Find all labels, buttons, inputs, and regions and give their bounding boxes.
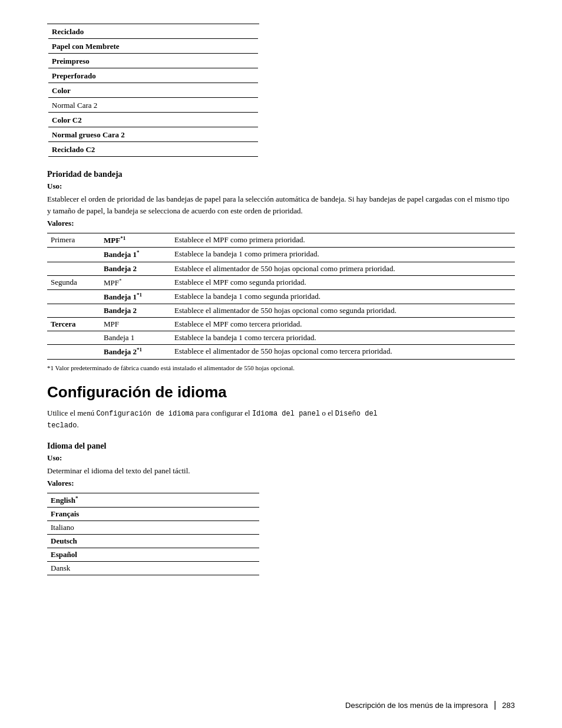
list-item: Color C2 — [48, 114, 258, 127]
table-row: Bandeja 1* Establece la bandeja 1 como p… — [47, 248, 515, 262]
intro-part1: Utilice el menú — [47, 409, 96, 417]
priority-row-desc: Establece la bandeja 1 como primera prio… — [171, 248, 515, 262]
list-item: Normal Cara 2 — [48, 99, 258, 113]
language-item-label: Español — [47, 548, 259, 562]
language-item-label: Dansk — [47, 562, 259, 575]
table-row: Bandeja 2 Establece el alimentador de 55… — [47, 262, 515, 275]
language-item-label: Deutsch — [47, 535, 259, 548]
list-item: Español — [47, 548, 259, 562]
list-item-label: Color — [48, 84, 258, 98]
list-item: Papel con Membrete — [48, 40, 258, 54]
priority-row-option: Bandeja 2 — [100, 304, 171, 318]
list-item-label: Normal Cara 2 — [48, 99, 258, 113]
priority-row-label: Primera — [47, 233, 100, 248]
top-list-container: Reciclado Papel con Membrete Preimpreso … — [47, 24, 515, 158]
intro-part2: para configurar el — [194, 409, 252, 417]
list-item: Normal grueso Cara 2 — [48, 129, 258, 142]
uso-label-prioridad: Uso: — [47, 182, 515, 191]
list-item: Français — [47, 508, 259, 521]
table-row: Bandeja 1 Establece la bandeja 1 como te… — [47, 331, 515, 345]
priority-row-desc: Establece el alimentador de 550 hojas op… — [171, 345, 515, 359]
priority-row-label — [47, 289, 100, 304]
prioridad-description: Establecer el orden de prioridad de las … — [47, 193, 515, 216]
priority-row-label — [47, 345, 100, 359]
language-table: English* Français Italiano Deutsch Españ… — [47, 493, 259, 575]
table-row: Tercera MPF Establece el MPF como tercer… — [47, 318, 515, 331]
language-item-label: Français — [47, 508, 259, 521]
footer-separator: | — [494, 700, 496, 710]
priority-row-option: MPF — [100, 318, 171, 331]
priority-row-desc: Establece la bandeja 1 como segunda prio… — [171, 289, 515, 304]
idioma-panel-section: Idioma del panel Uso: Determinar el idio… — [47, 442, 515, 576]
intro-part3: o el — [320, 409, 335, 417]
footer-page-number: 283 — [502, 701, 515, 710]
intro-text: Utilice el menú Configuración de idioma … — [47, 407, 515, 431]
list-item: English* — [47, 493, 259, 508]
priority-row-option: Bandeja 1 — [100, 331, 171, 345]
language-item-label: Italiano — [47, 521, 259, 535]
valores-label-prioridad: Valores: — [47, 219, 515, 228]
list-item-label: Normal grueso Cara 2 — [48, 129, 258, 142]
uso-label-idioma: Uso: — [47, 453, 515, 463]
main-section-title: Configuración de idioma — [47, 383, 515, 401]
section-title-prioridad: Prioridad de bandeja — [47, 170, 515, 179]
priority-row-desc: Establece el MPF como tercera prioridad. — [171, 318, 515, 331]
intro-part4: . — [77, 420, 78, 429]
list-item: Italiano — [47, 521, 259, 535]
section-title-idioma: Idioma del panel — [47, 442, 515, 451]
priority-row-option: Bandeja 1*1 — [100, 289, 171, 304]
list-item-label: Preperforado — [48, 70, 258, 83]
priority-row-label — [47, 304, 100, 318]
priority-row-desc: Establece el MPF como primera prioridad. — [171, 233, 515, 248]
list-item-label: Reciclado — [48, 25, 258, 39]
intro-item1: Idioma del panel — [252, 410, 320, 418]
list-item-label: Papel con Membrete — [48, 40, 258, 54]
list-item-label: Reciclado C2 — [48, 143, 258, 157]
footer-content: Descripción de los menús de la impresora… — [345, 700, 515, 710]
intro-menu: Configuración de idioma — [96, 410, 194, 418]
idioma-description: Determinar el idioma del texto del panel… — [47, 465, 515, 477]
priority-row-label — [47, 262, 100, 275]
priority-row-label: Segunda — [47, 275, 100, 289]
list-item: Color — [48, 84, 258, 98]
priority-row-option: Bandeja 2 — [100, 262, 171, 275]
priority-footnote: *1 Valor predeterminado de fábrica cuand… — [47, 364, 515, 371]
priority-row-label — [47, 331, 100, 345]
priority-row-label: Tercera — [47, 318, 100, 331]
table-row: Bandeja 1*1 Establece la bandeja 1 como … — [47, 289, 515, 304]
page-footer: Descripción de los menús de la impresora… — [345, 700, 515, 710]
priority-row-label — [47, 248, 100, 262]
table-row: Segunda MPF* Establece el MPF como segun… — [47, 275, 515, 289]
list-item: Preperforado — [48, 70, 258, 83]
list-item: Deutsch — [47, 535, 259, 548]
valores-label-idioma: Valores: — [47, 479, 515, 488]
list-item: Dansk — [47, 562, 259, 575]
priority-row-desc: Establece el MPF como segunda prioridad. — [171, 275, 515, 289]
list-item: Reciclado — [48, 25, 258, 39]
table-row: Bandeja 2 Establece el alimentador de 55… — [47, 304, 515, 318]
priority-row-desc: Establece el alimentador de 550 hojas op… — [171, 262, 515, 275]
priority-row-option: Bandeja 2*1 — [100, 345, 171, 359]
priority-table: Primera MPF*1 Establece el MPF como prim… — [47, 233, 515, 360]
priority-row-desc: Establece la bandeja 1 como tercera prio… — [171, 331, 515, 345]
priority-row-desc: Establece el alimentador de 550 hojas op… — [171, 304, 515, 318]
footer-text: Descripción de los menús de la impresora — [345, 701, 488, 710]
configuracion-section: Configuración de idioma Utilice el menú … — [47, 383, 515, 576]
list-item-label: Preimpreso — [48, 55, 258, 68]
language-item-label: English* — [47, 493, 259, 508]
priority-row-option: MPF*1 — [100, 233, 171, 248]
list-item: Reciclado C2 — [48, 143, 258, 157]
priority-row-option: Bandeja 1* — [100, 248, 171, 262]
priority-row-option: MPF* — [100, 275, 171, 289]
prioridad-section: Prioridad de bandeja Uso: Establecer el … — [47, 170, 515, 371]
list-item: Preimpreso — [48, 55, 258, 68]
table-row: Bandeja 2*1 Establece el alimentador de … — [47, 345, 515, 359]
list-item-label: Color C2 — [48, 114, 258, 127]
top-list-table: Reciclado Papel con Membrete Preimpreso … — [47, 24, 259, 158]
table-row: Primera MPF*1 Establece el MPF como prim… — [47, 233, 515, 248]
